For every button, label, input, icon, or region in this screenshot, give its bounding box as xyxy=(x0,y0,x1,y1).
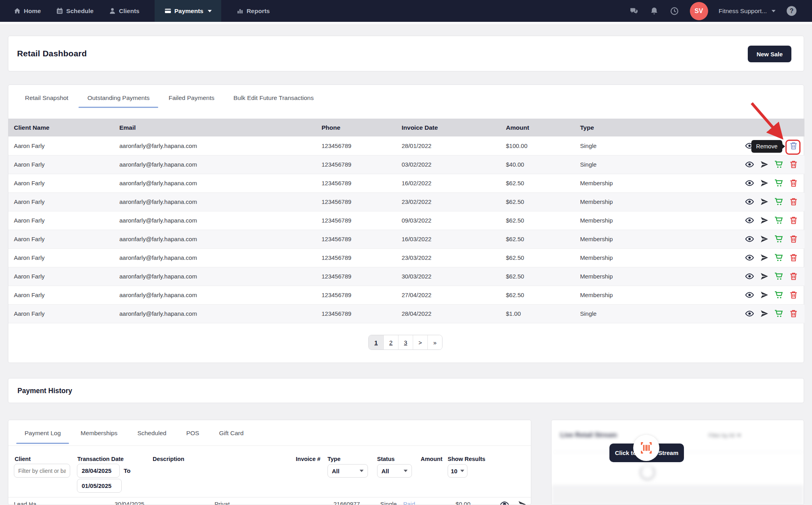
cell-phone: 123456789 xyxy=(322,248,402,267)
cell-email: aaronfarly@farly.hapana.com xyxy=(119,230,322,248)
view-icon[interactable] xyxy=(745,160,754,169)
trash-icon[interactable] xyxy=(789,216,798,225)
trash-icon[interactable] xyxy=(789,179,798,188)
cell-email: aaronfarly@farly.hapana.com xyxy=(119,248,322,267)
date-from-input[interactable]: 28/04/2025 xyxy=(77,464,120,478)
tab-pos[interactable]: POS xyxy=(178,426,208,444)
chat-icon[interactable] xyxy=(629,6,639,16)
calendar-icon xyxy=(56,7,63,15)
pagination: 123>» xyxy=(368,335,442,350)
cell-amount: $62.50 xyxy=(506,248,580,267)
table-row: Aaron Farlyaaronfarly@farly.hapana.com12… xyxy=(8,211,804,230)
cart-icon[interactable] xyxy=(774,234,783,244)
col-amount: Amount xyxy=(506,119,580,136)
cell-client-name: Aaron Farly xyxy=(8,248,119,267)
cart-icon[interactable] xyxy=(774,197,783,206)
cell-amount: $40.00 xyxy=(506,155,580,174)
view-icon[interactable] xyxy=(500,500,509,505)
status-select[interactable]: All xyxy=(377,464,412,478)
send-icon[interactable] xyxy=(517,500,527,505)
cell-phone: 123456789 xyxy=(322,136,402,155)
send-icon[interactable] xyxy=(760,290,769,300)
tab-memberships[interactable]: Memberships xyxy=(72,426,126,444)
cell-client-name: Aaron Farly xyxy=(8,211,119,230)
show-results-select[interactable]: 10 xyxy=(448,464,467,478)
top-navbar: Home Schedule Clients Payments Reports xyxy=(0,0,812,22)
barcode-scan-icon[interactable] xyxy=(633,435,659,461)
tab-retail-snapshot[interactable]: Retail Snapshot xyxy=(16,92,77,108)
view-icon[interactable] xyxy=(745,234,754,244)
send-icon[interactable] xyxy=(760,216,769,225)
cell-client-name: Aaron Farly xyxy=(8,155,119,174)
help-icon[interactable]: ? xyxy=(786,6,797,16)
nav-item-payments[interactable]: Payments xyxy=(155,0,221,22)
clock-icon[interactable] xyxy=(670,6,679,16)
user-menu[interactable]: Fitness Support... xyxy=(719,8,776,15)
cell-phone: 123456789 xyxy=(322,155,402,174)
nav-item-reports[interactable]: Reports xyxy=(236,0,270,22)
send-icon[interactable] xyxy=(760,197,769,206)
cell-amount: $1.00 xyxy=(506,304,580,323)
status-label: Status xyxy=(377,456,395,462)
cart-icon[interactable] xyxy=(774,253,783,262)
send-icon[interactable] xyxy=(760,234,769,244)
trash-icon[interactable] xyxy=(789,160,798,169)
cell-invoice-date: 30/03/2022 xyxy=(402,267,506,286)
page-button-2[interactable]: 2 xyxy=(383,335,398,349)
send-icon[interactable] xyxy=(760,179,769,188)
trash-icon[interactable] xyxy=(789,272,798,281)
view-icon[interactable] xyxy=(745,309,754,318)
date-to-input[interactable]: 01/05/2025 xyxy=(77,479,122,493)
tab-failed-payments[interactable]: Failed Payments xyxy=(160,92,223,108)
cell-email: aaronfarly@farly.hapana.com xyxy=(119,136,322,155)
page-button-1[interactable]: 1 xyxy=(369,335,383,349)
view-icon[interactable] xyxy=(745,197,754,206)
bell-icon[interactable] xyxy=(649,6,659,16)
trash-icon[interactable] xyxy=(789,253,798,262)
trash-icon[interactable] xyxy=(789,234,798,244)
cell-client-name: Aaron Farly xyxy=(8,136,119,155)
tab-scheduled[interactable]: Scheduled xyxy=(129,426,174,444)
cell-invoice-date: 28/01/2022 xyxy=(402,136,506,155)
nav-label: Clients xyxy=(119,8,140,15)
log-row-invoice: 21660977 xyxy=(333,501,360,505)
tab-gift-card[interactable]: Gift Card xyxy=(211,426,252,444)
tab-payment-log[interactable]: Payment Log xyxy=(16,426,69,444)
cart-icon[interactable] xyxy=(774,179,783,188)
table-row: Aaron Farlyaaronfarly@farly.hapana.com12… xyxy=(8,136,804,155)
nav-item-clients[interactable]: Clients xyxy=(109,0,140,22)
page-button->[interactable]: > xyxy=(413,335,427,349)
cell-type: Single xyxy=(580,136,709,155)
nav-item-home[interactable]: Home xyxy=(13,0,41,22)
cart-icon[interactable] xyxy=(774,160,783,169)
show-results-value: 10 xyxy=(451,468,458,474)
trash-icon[interactable] xyxy=(789,290,798,300)
client-filter-input[interactable] xyxy=(14,464,70,478)
view-icon[interactable] xyxy=(745,272,754,281)
page-button-3[interactable]: 3 xyxy=(398,335,413,349)
trash-icon[interactable] xyxy=(789,309,798,318)
cart-icon[interactable] xyxy=(774,290,783,300)
table-row: Aaron Farlyaaronfarly@farly.hapana.com12… xyxy=(8,192,804,211)
view-icon[interactable] xyxy=(745,253,754,262)
view-icon[interactable] xyxy=(745,290,754,300)
new-sale-button[interactable]: New Sale xyxy=(748,46,791,62)
trash-icon[interactable] xyxy=(789,197,798,206)
cart-icon[interactable] xyxy=(774,272,783,281)
view-icon[interactable] xyxy=(745,216,754,225)
log-row-status-link[interactable]: Paid xyxy=(403,501,415,505)
cart-icon[interactable] xyxy=(774,309,783,318)
type-select[interactable]: All xyxy=(327,464,368,478)
row-actions xyxy=(709,179,804,188)
send-icon[interactable] xyxy=(760,253,769,262)
cart-icon[interactable] xyxy=(774,216,783,225)
send-icon[interactable] xyxy=(760,160,769,169)
view-icon[interactable] xyxy=(745,179,754,188)
tab-bulk-edit[interactable]: Bulk Edit Future Transactions xyxy=(225,92,322,108)
nav-item-schedule[interactable]: Schedule xyxy=(56,0,94,22)
send-icon[interactable] xyxy=(760,272,769,281)
tab-outstanding-payments[interactable]: Outstanding Payments xyxy=(79,92,158,108)
page-button-»[interactable]: » xyxy=(427,335,442,349)
avatar[interactable]: SV xyxy=(690,2,708,20)
send-icon[interactable] xyxy=(760,309,769,318)
